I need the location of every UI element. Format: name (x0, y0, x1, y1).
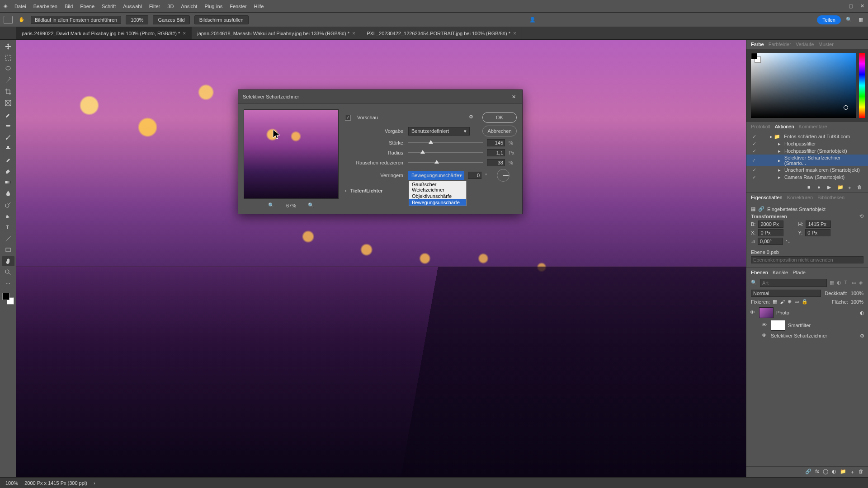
filter-adjust-icon[interactable]: ◐ (837, 280, 841, 286)
width-input[interactable]: 2000 Px (758, 221, 783, 228)
tab-muster[interactable]: Muster (818, 42, 834, 47)
history-brush-icon[interactable] (2, 155, 14, 164)
dialog-titlebar[interactable]: Selektiver Scharfzeichner ✕ (238, 90, 522, 104)
hue-slider[interactable] (859, 53, 865, 118)
radius-input[interactable]: 1,1 (487, 149, 505, 156)
action-set[interactable]: ✓▸ 📁Fotos schärfen auf TutKit.com (746, 133, 868, 140)
layer-row[interactable]: 👁 Photo ◐ (748, 306, 866, 319)
color-swatch-icon[interactable] (751, 53, 761, 63)
fill-screen-button[interactable]: Bildschirm ausfüllen (194, 15, 249, 24)
visibility-icon[interactable]: 👁 (762, 333, 768, 339)
tab-kanaele[interactable]: Kanäle (773, 270, 788, 275)
blend-mode-select[interactable]: Normal (751, 290, 821, 297)
amount-input[interactable]: 145 (487, 139, 505, 146)
scroll-all-option[interactable]: Bildlauf in allen Fenstern durchführen (31, 16, 121, 24)
angle-prop-input[interactable]: 0,00° (758, 238, 783, 245)
height-input[interactable]: 1415 Px (806, 221, 831, 228)
zoom-100-button[interactable]: 100% (126, 15, 148, 24)
doc-tab-2[interactable]: japan-2014618_Masashi Wakui auf Pixabay.… (192, 27, 361, 39)
dropdown-item-gaussian[interactable]: Gaußscher Weichzeichner (409, 181, 466, 193)
menu-fenster[interactable]: Fenster (230, 4, 246, 9)
menu-datei[interactable]: Datei (14, 4, 26, 9)
tab-protokoll[interactable]: Protokoll (751, 124, 770, 129)
menu-ansicht[interactable]: Ansicht (181, 4, 197, 9)
brush-tool-icon[interactable] (2, 132, 14, 142)
eraser-tool-icon[interactable] (2, 166, 14, 176)
workspace-icon[interactable]: ▦ (857, 16, 864, 23)
play-icon[interactable]: ▶ (827, 184, 834, 191)
layer-thumbnail[interactable] (759, 307, 774, 318)
visibility-icon[interactable]: 👁 (762, 322, 768, 328)
wand-tool-icon[interactable] (2, 75, 14, 85)
preview-checkbox[interactable]: ✓ (345, 115, 351, 121)
move-tool-icon[interactable] (2, 42, 14, 52)
rect-tool-icon[interactable] (2, 245, 14, 255)
zoom-in-icon[interactable]: 🔍 (308, 202, 314, 208)
blur-tool-icon[interactable] (2, 188, 14, 198)
filter-opts-icon[interactable]: ⚙ (860, 333, 864, 339)
opacity-value[interactable]: 100% (851, 291, 863, 296)
fill-value[interactable]: 100% (851, 299, 863, 305)
shadows-lights-label[interactable]: Tiefen/Lichter (350, 188, 383, 193)
cloud-icon[interactable]: 👤 (529, 16, 536, 23)
doc-tab-1[interactable]: paris-2499022_David Mark auf Pixabay.jpg… (16, 27, 192, 39)
eyedropper-tool-icon[interactable] (2, 109, 14, 119)
layer-row[interactable]: 👁 Selektiver Scharfzeichner ⚙ (748, 332, 866, 340)
menu-bearbeiten[interactable]: Bearbeiten (33, 4, 57, 9)
close-tab-icon[interactable]: × (183, 30, 186, 37)
window-maximize-icon[interactable]: ▢ (849, 3, 853, 9)
remove-dropdown[interactable]: Bewegungsunschärfe▾ Gaußscher Weichzeich… (408, 171, 464, 180)
tab-kommentare[interactable]: Kommentare (799, 124, 827, 129)
action-item[interactable]: ✓▸Unscharf maskieren (Smartobjekt) (746, 166, 868, 174)
menu-3d[interactable]: 3D (167, 4, 174, 9)
color-picker[interactable] (746, 49, 868, 122)
action-item[interactable]: ✓▸Camera Raw (Smartobjekt) (746, 174, 868, 181)
dodge-tool-icon[interactable] (2, 200, 14, 210)
close-tab-icon[interactable]: × (513, 30, 516, 37)
radius-slider[interactable] (408, 150, 483, 156)
delete-layer-icon[interactable]: 🗑 (859, 469, 863, 475)
search-icon[interactable]: 🔍 (751, 280, 757, 286)
tab-pfade[interactable]: Pfade (793, 270, 806, 275)
marquee-tool-icon[interactable] (2, 53, 14, 63)
settings-gear-icon[interactable]: ⚙ (469, 114, 476, 121)
hand-tool-icon[interactable] (2, 256, 14, 266)
path-tool-icon[interactable] (2, 234, 14, 244)
lock-paint-icon[interactable]: 🖌 (780, 299, 785, 305)
cancel-button[interactable]: Abbrechen (482, 126, 517, 136)
noise-slider[interactable] (408, 160, 483, 166)
lock-trans-icon[interactable]: ▦ (773, 299, 777, 305)
preview-image[interactable] (244, 109, 339, 199)
window-minimize-icon[interactable]: — (836, 4, 841, 9)
menu-hilfe[interactable]: Hilfe (254, 4, 264, 9)
edit-toolbar-icon[interactable]: ⋯ (2, 279, 14, 289)
menu-ebene[interactable]: Ebene (80, 4, 94, 9)
check-icon[interactable]: ✓ (751, 133, 757, 140)
adjustment-icon[interactable]: ◐ (832, 469, 836, 475)
menu-plugins[interactable]: Plug-ins (204, 4, 222, 9)
trash-icon[interactable]: 🗑 (857, 184, 863, 191)
mask-icon[interactable]: ◯ (823, 469, 828, 475)
close-tab-icon[interactable]: × (352, 30, 355, 37)
ok-button[interactable]: OK (482, 112, 517, 123)
lock-all-icon[interactable]: 🔒 (802, 299, 808, 305)
filter-image-icon[interactable]: ▦ (830, 280, 834, 286)
fit-screen-button[interactable]: Ganzes Bild (153, 15, 189, 24)
zoom-out-icon[interactable]: 🔍 (268, 202, 274, 208)
action-item[interactable]: ✓▸Hochpassfilter (746, 140, 868, 147)
layer-comp-select[interactable]: Ebenenkomposition nicht anwenden (751, 256, 863, 263)
color-swatches[interactable] (2, 293, 14, 305)
canvas[interactable]: Selektiver Scharfzeichner ✕ 🔍 67% 🔍 ✓ Vo… (16, 40, 746, 477)
layer-row[interactable]: 👁 Smartfilter (748, 319, 866, 332)
home-icon[interactable] (4, 16, 13, 24)
hand-tool-icon[interactable]: ✋ (17, 15, 26, 24)
pen-tool-icon[interactable] (2, 211, 14, 221)
expand-shadows-icon[interactable]: › (345, 188, 347, 193)
layer-search-input[interactable] (760, 279, 827, 287)
menu-auswahl[interactable]: Auswahl (123, 4, 142, 9)
share-button[interactable]: Teilen (817, 15, 841, 24)
y-input[interactable]: 0 Px (805, 229, 830, 236)
tab-aktionen[interactable]: Aktionen (775, 124, 794, 129)
noise-input[interactable]: 38 (487, 159, 505, 166)
menu-filter[interactable]: Filter (149, 4, 160, 9)
